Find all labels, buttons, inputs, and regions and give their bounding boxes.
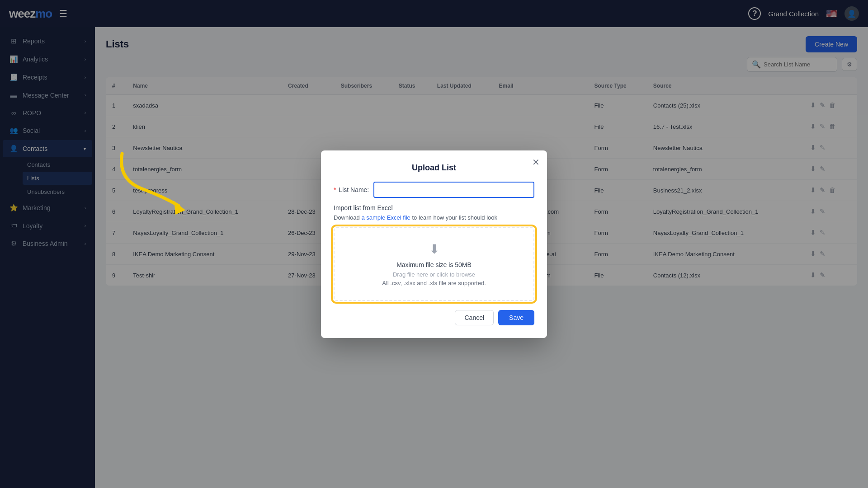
cancel-button[interactable]: Cancel — [455, 310, 494, 325]
required-indicator: * — [334, 186, 336, 193]
upload-list-modal: Upload List ✕ * List Name: Import list f… — [321, 150, 547, 338]
download-text: Download a sample Excel file to learn ho… — [334, 214, 534, 221]
dropzone-max-size: Maximum file size is 50MB — [344, 261, 524, 268]
modal-overlay[interactable]: Upload List ✕ * List Name: Import list f… — [0, 0, 868, 488]
file-dropzone[interactable]: ⬇ Maximum file size is 50MB Drag file he… — [334, 227, 534, 301]
list-name-input[interactable] — [373, 182, 534, 198]
modal-title: Upload List — [334, 163, 534, 173]
save-button[interactable]: Save — [498, 310, 534, 325]
list-name-row: * List Name: — [334, 182, 534, 198]
modal-close-button[interactable]: ✕ — [532, 157, 540, 168]
sample-excel-link[interactable]: a sample Excel file — [361, 214, 410, 221]
dropzone-formats: All .csv, .xlsx and .xls file are suppor… — [344, 280, 524, 286]
list-name-label: * List Name: — [334, 186, 369, 193]
modal-actions: Cancel Save — [334, 310, 534, 325]
import-label: Import list from Excel — [334, 204, 534, 211]
dropzone-drag-text: Drag file here or click to browse — [344, 271, 524, 278]
upload-icon: ⬇ — [344, 242, 524, 257]
